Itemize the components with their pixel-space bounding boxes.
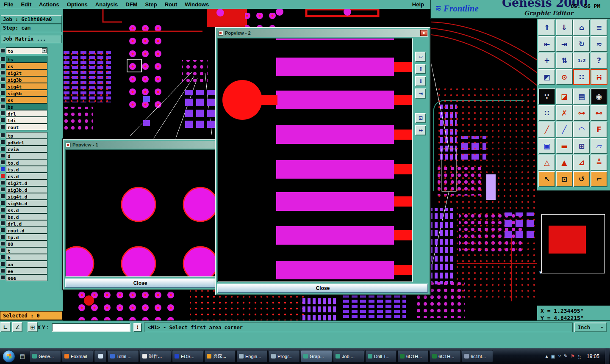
popview-1-titlebar[interactable]: Popview - 1 <box>65 141 216 149</box>
features-dots-icon[interactable]: ∵ <box>538 88 555 105</box>
taskbar-button-11[interactable]: Job ... <box>333 350 364 362</box>
menu-file[interactable]: File <box>0 0 17 8</box>
layer-name-aa[interactable]: aa <box>6 261 47 267</box>
window-close-icon[interactable]: x <box>420 30 427 36</box>
layer-name-cvia[interactable]: cvia <box>6 146 47 152</box>
layer-name-ldi[interactable]: ldi <box>6 117 47 124</box>
layer-name-rout[interactable]: rout <box>6 124 47 130</box>
arc-icon[interactable]: ◠ <box>573 121 590 138</box>
layer-toggle-sig2t[interactable] <box>0 70 5 75</box>
view-raise-icon[interactable]: ⇑ <box>415 64 426 74</box>
layer-toggle-ldi[interactable] <box>0 118 5 122</box>
screen-down-icon[interactable]: ⇓ <box>556 19 573 36</box>
layer-name-ss.d[interactable]: ss.d <box>6 207 47 213</box>
delete-icon[interactable]: ✗ <box>556 105 573 121</box>
layer-name-drl.d[interactable]: drl.d <box>6 220 47 227</box>
view-lower-icon[interactable]: ⇓ <box>415 76 426 86</box>
layer-name-sig3b[interactable]: sig3b <box>6 76 47 83</box>
exit-left-icon[interactable]: ⇤ <box>538 36 555 52</box>
layer-toggle-sig2t.d[interactable] <box>0 180 5 185</box>
layer-toggle-rout[interactable] <box>0 124 5 129</box>
taskbar-button-5[interactable]: 制作... <box>140 350 171 362</box>
layer-name-tp.d[interactable]: tp.d <box>6 234 47 240</box>
popview-2-canvas[interactable] <box>217 38 413 282</box>
triangle-angle-icon[interactable]: ⊿ <box>573 154 590 171</box>
layer-toggle-aa[interactable] <box>0 262 5 266</box>
layer-lines-icon[interactable]: ≡ <box>591 19 607 36</box>
layer-toggle-sig4t[interactable] <box>0 84 5 88</box>
layer-name-sig4t[interactable]: sig4t <box>6 83 47 90</box>
zoom-box-icon[interactable]: ⊡ <box>415 113 426 123</box>
layer-name-ee[interactable]: ee <box>6 267 47 274</box>
layer-toggle-sig5b.d[interactable] <box>0 201 5 205</box>
job-matrix-button[interactable]: Job Matrix ... <box>1 35 62 43</box>
triangle-outline-icon[interactable]: △ <box>538 154 555 171</box>
text-tool-icon[interactable]: F <box>591 121 607 138</box>
duplicate-view-icon[interactable]: ▱ <box>415 52 426 62</box>
taskbar-button-12[interactable]: Drill T... <box>365 350 396 362</box>
rotate-view-icon[interactable]: ↻ <box>573 36 590 52</box>
taskbar-button-14[interactable]: 6C1H... <box>430 350 461 362</box>
layer-toggle-cs[interactable] <box>0 63 5 68</box>
taskbar-button-10[interactable]: Grap... <box>301 350 332 362</box>
layer-toggle-rout.d[interactable] <box>0 228 5 232</box>
tray-flag-icon[interactable]: ⚑ <box>571 353 575 359</box>
layer-toggle-ydkdrl[interactable] <box>0 140 5 144</box>
layer-name-b[interactable]: b <box>6 254 47 261</box>
layer-name-rout.d[interactable]: rout.d <box>6 227 47 234</box>
layer-dropdown-icon[interactable] <box>42 48 47 53</box>
quick-launch-icon[interactable]: ▤ <box>20 353 25 359</box>
layer-name-sig5b.d[interactable]: sig5b.d <box>6 200 47 207</box>
start-button[interactable] <box>3 350 15 363</box>
alert-button[interactable]: ! <box>133 323 142 332</box>
menu-step[interactable]: Step <box>141 0 161 8</box>
layer-name-sig4t.d[interactable]: sig4t.d <box>6 193 47 200</box>
blue-line-icon[interactable]: ╱ <box>556 121 573 138</box>
enter-right-icon[interactable]: ⇥ <box>556 36 573 52</box>
pan-view-icon[interactable]: ↔ <box>415 125 426 135</box>
taskbar-button-icon-3[interactable] <box>94 350 107 362</box>
menu-actions[interactable]: Actions <box>35 0 63 8</box>
layer-toggle-ss.d[interactable] <box>0 207 5 212</box>
layer-toggle-to.d[interactable] <box>0 160 5 165</box>
layer-toggle-sig5b[interactable] <box>0 91 5 95</box>
tray-help-icon[interactable]: ? <box>558 354 561 359</box>
home-view-icon[interactable]: ⌂ <box>573 19 590 36</box>
taskbar-button-1[interactable]: Gene... <box>30 350 61 362</box>
layer-name-cs[interactable]: cs <box>6 63 47 69</box>
layer-name-to.d[interactable]: to.d <box>6 159 47 166</box>
layer-toggle-00[interactable] <box>0 241 5 246</box>
grid-toggle-icon[interactable]: ⊞ <box>28 322 38 332</box>
snap-grid-icon[interactable]: ∷ <box>573 69 590 85</box>
ruler-icon[interactable]: ▤ <box>573 88 590 105</box>
layer-toggle-tp[interactable] <box>0 133 5 138</box>
layer-toggle-bs[interactable] <box>0 104 5 109</box>
taskbar-button-13[interactable]: 6C1H... <box>397 350 429 362</box>
triangle-marked-icon[interactable]: ≜ <box>591 154 607 171</box>
layer-toggle-b[interactable] <box>0 255 5 259</box>
tray-monitor-icon[interactable]: ▣ <box>551 353 555 359</box>
tray-ime-icon[interactable]: ✎ <box>564 353 568 359</box>
menu-windows[interactable]: Windows <box>181 0 213 8</box>
layer-name-bs[interactable]: bs <box>6 103 47 110</box>
layer-toggle-ss[interactable] <box>0 97 5 102</box>
menu-edit[interactable]: Edit <box>17 0 35 8</box>
layer-toggle-ee[interactable] <box>0 268 5 273</box>
taskbar-button-15[interactable]: 6c1ht... <box>462 350 493 362</box>
layer-name-eee[interactable]: eee <box>6 274 47 281</box>
pad-select-icon[interactable]: ▣ <box>538 138 555 154</box>
layer-toggle-tp.d[interactable] <box>0 234 5 239</box>
triangle-solid-icon[interactable]: ▲ <box>556 154 573 171</box>
layer-toggle-d[interactable] <box>0 153 5 158</box>
taskbar-button-7[interactable]: 兴森... <box>204 350 236 362</box>
popview-1-close-button[interactable]: Close <box>65 279 216 288</box>
filter-circle-icon[interactable]: ◉ <box>591 88 607 105</box>
layer-name-sig2t[interactable]: sig2t <box>6 69 47 76</box>
layer-toggle-sig3b.d[interactable] <box>0 187 5 192</box>
layer-name-sig5b[interactable]: sig5b <box>6 90 47 97</box>
layer-name-sig3b.d[interactable]: sig3b.d <box>6 186 47 193</box>
clip-area-icon[interactable]: ◪ <box>556 88 573 105</box>
layer-toggle-t[interactable] <box>0 248 5 253</box>
layer-toggle-drl[interactable] <box>0 111 5 116</box>
view-enter-icon[interactable]: ⇥ <box>415 88 426 99</box>
